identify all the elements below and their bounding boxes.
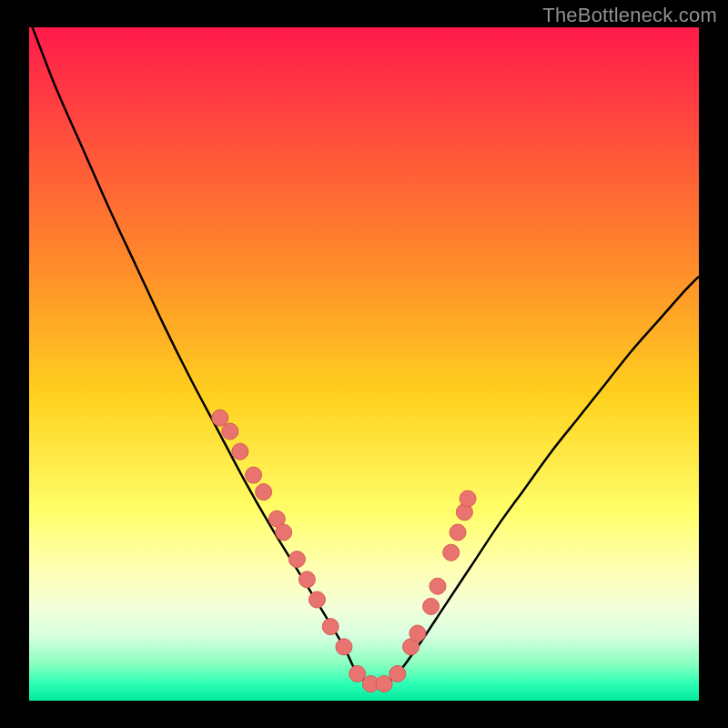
data-marker <box>376 676 392 693</box>
data-marker <box>222 423 238 440</box>
plot-background <box>29 27 699 701</box>
data-marker <box>232 443 248 460</box>
data-marker <box>212 410 228 426</box>
chart-frame: TheBottleneck.com <box>0 0 728 728</box>
data-marker <box>389 665 406 682</box>
data-marker <box>336 639 352 655</box>
data-marker <box>430 578 446 594</box>
data-marker <box>276 524 292 541</box>
data-marker <box>308 592 325 608</box>
data-marker <box>450 524 466 541</box>
data-marker <box>423 598 440 614</box>
data-marker <box>322 619 339 635</box>
data-marker <box>349 665 366 682</box>
data-marker <box>256 484 272 500</box>
data-marker <box>410 625 426 642</box>
data-marker <box>288 551 305 568</box>
bottleneck-chart <box>0 0 728 728</box>
data-marker <box>246 467 262 483</box>
data-marker <box>460 490 476 507</box>
data-marker <box>443 544 460 561</box>
data-marker <box>298 571 315 588</box>
